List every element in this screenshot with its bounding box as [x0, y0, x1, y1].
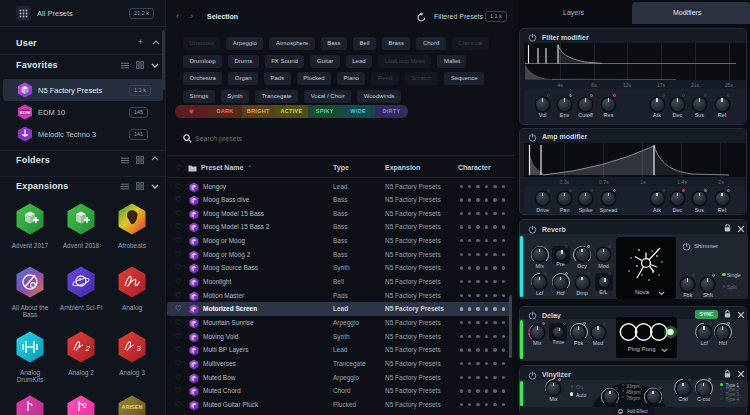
svg-text:EDM: EDM [20, 110, 30, 115]
svg-text:ARISEN: ARISEN [122, 404, 143, 410]
svg-text:2: 2 [83, 402, 87, 409]
svg-text:3: 3 [137, 344, 142, 353]
svg-text:2: 2 [85, 344, 91, 353]
